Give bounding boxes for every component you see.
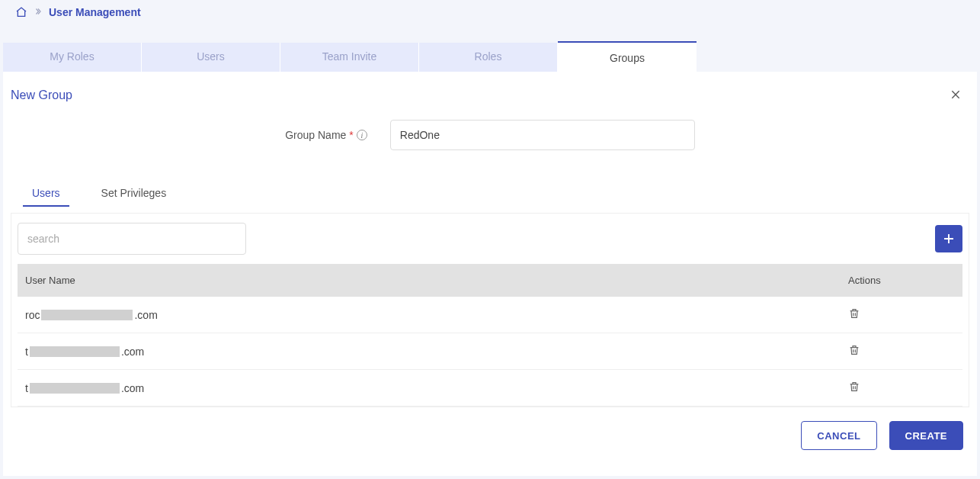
search-input[interactable]	[18, 223, 246, 255]
user-prefix: roc	[25, 309, 40, 321]
subtab-set-privileges[interactable]: Set Privileges	[92, 181, 176, 207]
actions-cell	[841, 370, 962, 407]
create-button[interactable]: CREATE	[889, 421, 963, 450]
col-actions: Actions	[841, 264, 962, 297]
group-name-input[interactable]	[390, 120, 695, 150]
footer-buttons: CANCEL CREATE	[3, 407, 977, 450]
info-icon[interactable]: i	[357, 130, 367, 140]
trash-icon[interactable]	[848, 346, 860, 358]
sub-tabs: Users Set Privileges	[3, 181, 977, 207]
table-row: t.com	[18, 333, 962, 370]
table-row: t.com	[18, 370, 962, 407]
actions-cell	[841, 333, 962, 370]
tab-groups[interactable]: Groups	[558, 41, 697, 72]
close-icon[interactable]	[950, 88, 962, 104]
table-row: roc.com	[18, 297, 962, 333]
redacted-segment	[30, 383, 120, 394]
home-icon[interactable]	[15, 6, 27, 18]
tab-users[interactable]: Users	[142, 43, 280, 72]
actions-cell	[841, 297, 962, 333]
trash-icon[interactable]	[848, 383, 860, 395]
tab-roles[interactable]: Roles	[419, 43, 558, 72]
group-name-label-text: Group Name	[285, 129, 346, 141]
add-user-button[interactable]	[935, 225, 962, 252]
required-asterisk: *	[349, 129, 353, 141]
subtab-users[interactable]: Users	[23, 181, 69, 207]
chevron-icon	[34, 7, 43, 18]
redacted-segment	[30, 346, 120, 357]
col-user-name: User Name	[18, 264, 841, 297]
breadcrumb: User Management	[0, 0, 980, 24]
tab-team-invite[interactable]: Team Invite	[280, 43, 419, 72]
user-name-cell: t.com	[18, 370, 841, 407]
new-group-panel: New Group Group Name * i Users Set Privi…	[3, 72, 977, 476]
trash-icon[interactable]	[848, 310, 860, 322]
redacted-segment	[41, 310, 133, 320]
tab-my-roles[interactable]: My Roles	[3, 43, 142, 72]
user-suffix: .com	[134, 309, 157, 321]
cancel-button[interactable]: CANCEL	[801, 421, 876, 450]
users-section: User Name Actions roc.comt.comt.com	[11, 213, 969, 407]
breadcrumb-current[interactable]: User Management	[49, 6, 141, 18]
main-tabs: My Roles Users Team Invite Roles Groups	[3, 43, 977, 72]
group-name-label: Group Name * i	[285, 129, 367, 141]
user-prefix: t	[25, 346, 28, 358]
users-table: User Name Actions roc.comt.comt.com	[18, 264, 962, 407]
user-name-cell: t.com	[18, 333, 841, 370]
user-suffix: .com	[121, 346, 144, 358]
user-suffix: .com	[121, 382, 144, 394]
user-name-cell: roc.com	[18, 297, 841, 333]
user-prefix: t	[25, 382, 28, 394]
group-name-row: Group Name * i	[3, 114, 977, 166]
panel-title: New Group	[11, 88, 72, 102]
